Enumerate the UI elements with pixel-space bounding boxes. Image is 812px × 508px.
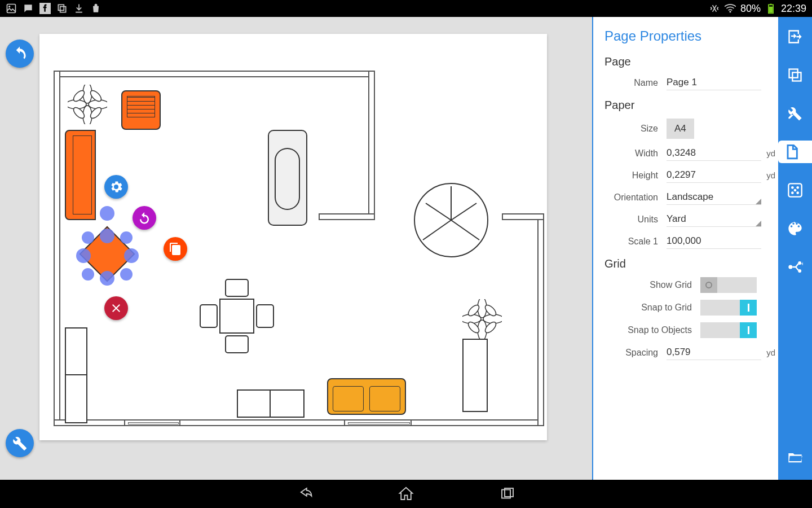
width-input[interactable]: 0,3248: [667, 146, 761, 161]
selection-handle[interactable]: [82, 268, 94, 281]
plant-object[interactable]: [68, 85, 107, 124]
svg-rect-4: [60, 7, 66, 12]
svg-rect-6: [769, 7, 773, 13]
home-nav-button[interactable]: [398, 485, 414, 502]
spacing-unit: yd: [766, 348, 775, 357]
sofa-object[interactable]: [65, 130, 96, 220]
selection-handle[interactable]: [100, 229, 114, 243]
selection-handle[interactable]: [124, 248, 139, 263]
status-bar: 80% 22:39: [0, 0, 812, 17]
svg-point-39: [796, 186, 799, 189]
orientation-label: Orientation: [604, 192, 667, 203]
paper-section-title: Paper: [604, 99, 761, 112]
object-delete-button[interactable]: [104, 296, 128, 320]
selection-handle[interactable]: [120, 268, 133, 281]
wall-segment[interactable]: [368, 71, 375, 220]
back-nav-button[interactable]: [296, 485, 313, 502]
object-settings-button[interactable]: [104, 175, 128, 199]
battery-icon: [765, 3, 776, 14]
download-status-icon: [73, 3, 85, 14]
facebook-icon: [39, 3, 51, 14]
orientation-select[interactable]: Landscape: [667, 190, 761, 205]
svg-rect-18: [226, 336, 248, 353]
wall-segment[interactable]: [54, 71, 60, 426]
shopping-icon: [90, 3, 102, 14]
svg-rect-0: [7, 5, 16, 13]
vibrate-icon: [709, 3, 720, 14]
connector-tool-button[interactable]: +: [784, 256, 806, 278]
selection-handle[interactable]: [100, 271, 114, 286]
svg-point-42: [794, 189, 797, 192]
snap-grid-label: Snap to Grid: [604, 303, 700, 313]
svg-point-43: [788, 265, 792, 269]
wall-segment[interactable]: [537, 214, 544, 426]
spacing-input[interactable]: 0,579: [667, 345, 761, 360]
height-input[interactable]: 0,2297: [667, 168, 761, 183]
page-tool-button[interactable]: [778, 141, 812, 163]
armchair-object[interactable]: [121, 90, 161, 130]
wall-segment[interactable]: [319, 213, 375, 220]
right-toolbar: +: [778, 17, 812, 480]
snap-objects-label: Snap to Objects: [604, 325, 700, 335]
canvas-page[interactable]: [39, 34, 547, 440]
recent-nav-button[interactable]: [499, 485, 516, 502]
copy-status-icon: [56, 3, 68, 14]
svg-point-1: [8, 6, 10, 7]
tools-button[interactable]: [6, 429, 34, 457]
object-rotate-button[interactable]: [133, 206, 156, 230]
spacing-label: Spacing: [604, 348, 667, 358]
shelf-object[interactable]: [462, 339, 488, 412]
show-grid-label: Show Grid: [604, 280, 700, 290]
svg-rect-7: [770, 4, 771, 5]
door-segment[interactable]: [124, 419, 180, 426]
wifi-icon: [725, 3, 736, 14]
scale-label: Scale 1: [604, 237, 667, 247]
nav-bar: [0, 480, 812, 508]
show-grid-toggle[interactable]: [700, 277, 757, 293]
tv-object[interactable]: [268, 130, 307, 226]
svg-rect-19: [200, 305, 217, 327]
clock: 22:39: [781, 3, 806, 15]
svg-point-40: [791, 191, 794, 194]
svg-rect-36: [792, 72, 801, 81]
wall-segment[interactable]: [502, 213, 544, 220]
selection-handle[interactable]: [100, 206, 114, 221]
svg-point-38: [791, 186, 794, 189]
properties-panel: Page Properties Page Name Page 1 Paper S…: [592, 17, 778, 480]
export-tool-button[interactable]: [784, 25, 806, 48]
canvas-area[interactable]: [0, 17, 592, 480]
name-label: Name: [604, 78, 667, 88]
chat-icon: [23, 3, 34, 14]
palette-tool-button[interactable]: [784, 217, 806, 240]
name-input[interactable]: Page 1: [667, 75, 761, 90]
selection-handle[interactable]: [82, 231, 94, 244]
copy-tool-button[interactable]: [784, 64, 806, 86]
width-label: Width: [604, 148, 667, 159]
svg-text:+: +: [801, 260, 804, 267]
snap-objects-toggle[interactable]: [700, 322, 757, 338]
selection-handle[interactable]: [120, 231, 133, 244]
battery-percent: 80%: [740, 3, 761, 15]
tools-tool-button[interactable]: [784, 102, 806, 125]
scale-input[interactable]: 100,000: [667, 234, 761, 249]
app-main: Page Properties Page Name Page 1 Paper S…: [0, 17, 812, 480]
table-object[interactable]: [192, 271, 282, 361]
size-button[interactable]: A4: [667, 119, 694, 139]
fan-object[interactable]: [412, 181, 491, 260]
snap-grid-toggle[interactable]: [700, 300, 757, 316]
units-select[interactable]: Yard: [667, 212, 761, 227]
door-segment[interactable]: [344, 419, 412, 426]
wall-segment[interactable]: [54, 71, 375, 77]
svg-rect-20: [257, 305, 273, 327]
plant-object[interactable]: [462, 299, 502, 339]
shapes-tool-button[interactable]: [784, 179, 806, 202]
yellow-sofa-object[interactable]: [327, 378, 406, 415]
svg-rect-35: [789, 69, 798, 78]
selection-handle[interactable]: [76, 248, 91, 263]
shelf-object[interactable]: [237, 389, 304, 418]
object-copy-button[interactable]: [164, 237, 187, 261]
undo-button[interactable]: [6, 40, 34, 68]
bookshelf-object[interactable]: [65, 327, 87, 423]
folder-tool-button[interactable]: [784, 446, 806, 468]
width-unit: yd: [766, 148, 775, 158]
